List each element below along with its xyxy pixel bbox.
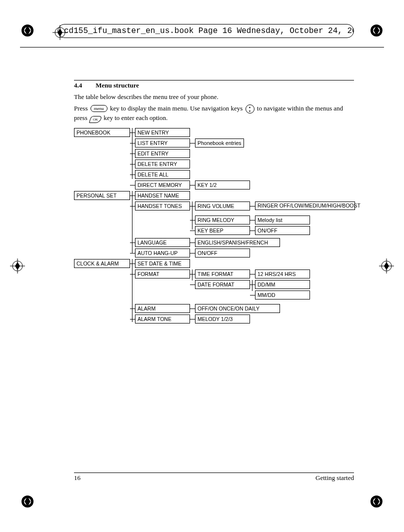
registration-mark-icon [21, 495, 34, 508]
menu-phonebook: PHONEBOOK [74, 128, 130, 137]
menu-handset-name: HANDSET NAME [135, 191, 190, 200]
section-number: 4.4 [74, 82, 94, 90]
intro-line-2: Press menu key to display the main menu.… [74, 104, 354, 123]
menu-alarm-tone: ALARM TONE [135, 314, 190, 324]
menu-direct-memory-sub: KEY 1/2 [195, 180, 250, 190]
menu-ring-volume: RING VOLUME [195, 202, 250, 210]
menu-personal-set: PERSONAL SET [74, 191, 130, 200]
tree-branch-personal-set: PERSONAL SET HANDSET NAME HANDSET TONES … [74, 191, 354, 259]
nav-keys-icon: ▲▼ [246, 104, 254, 114]
menu-time-format: TIME FORMAT [195, 270, 250, 278]
menu-alarm-tone-options: MELODY 1/2/3 [195, 314, 250, 324]
menu-delete-all: DELETE ALL [135, 170, 190, 179]
ok-key-icon: OK [89, 116, 102, 123]
page-content: 4.4 Menu structure The table below descr… [74, 80, 354, 325]
registration-mark-icon [370, 24, 383, 37]
footer-chapter: Getting started [316, 474, 354, 482]
menu-auto-hangup: AUTO HANG-UP [135, 248, 190, 258]
document-header-info: cd155_ifu_master_en_us.book Page 16 Wedn… [58, 24, 354, 38]
menu-new-entry: NEW ENTRY [135, 128, 190, 137]
menu-ring-volume-options: RINGER OFF/LOW/MEDIUM/HIGH/BOOST [255, 202, 355, 210]
menu-key-icon: menu [90, 105, 108, 112]
menu-alarm-options: OFF/ON ONCE/ON DAILY [195, 304, 280, 313]
tree-branch-phonebook: PHONEBOOK NEW ENTRY LIST ENTRY Phonebook… [74, 128, 354, 191]
section-title-text: Menu structure [96, 82, 139, 89]
menu-delete-entry: DELETE ENTRY [135, 160, 190, 168]
menu-ring-melody-options: Melody list [255, 216, 310, 224]
intro-line-1: The table below describes the menu tree … [74, 92, 354, 102]
menu-auto-hangup-options: ON/OFF [195, 248, 250, 258]
menu-handset-tones: HANDSET TONES [135, 202, 190, 210]
menu-key-beep: KEY BEEP [195, 226, 250, 235]
menu-ring-melody: RING MELODY [195, 216, 250, 224]
menu-clock-alarm: CLOCK & ALARM [74, 259, 130, 268]
menu-key-beep-options: ON/OFF [255, 226, 310, 235]
menu-tree: PHONEBOOK NEW ENTRY LIST ENTRY Phonebook… [74, 128, 354, 325]
menu-language-options: ENGLISH/SPANISH/FRENCH [195, 238, 280, 247]
menu-set-date-time: SET DATE & TIME [135, 259, 190, 268]
menu-format: FORMAT [135, 270, 190, 278]
page-number: 16 [74, 474, 80, 482]
menu-date-format-mmdd: MM/DD [255, 290, 310, 300]
menu-edit-entry: EDIT ENTRY [135, 149, 190, 158]
menu-time-format-options: 12 HRS/24 HRS [255, 270, 310, 278]
page-footer: 16 Getting started [74, 472, 354, 482]
tree-branch-clock-alarm: CLOCK & ALARM SET DATE & TIME FORMAT TIM… [74, 259, 354, 325]
menu-language: LANGUAGE [135, 238, 190, 247]
registration-mark-icon [370, 495, 383, 508]
menu-list-entry: LIST ENTRY [135, 138, 190, 148]
menu-date-format-ddmm: DD/MM [255, 280, 310, 289]
menu-direct-memory: DIRECT MEMORY [135, 180, 190, 190]
menu-alarm: ALARM [135, 304, 190, 313]
section-heading: 4.4 Menu structure [74, 82, 354, 90]
top-rule [20, 47, 384, 48]
crosshair-mark-icon [10, 258, 25, 274]
menu-date-format: DATE FORMAT [195, 280, 250, 289]
registration-mark-icon [21, 24, 34, 37]
crosshair-mark-icon [379, 258, 394, 274]
menu-list-entry-sub: Phonebook entries [195, 138, 244, 148]
